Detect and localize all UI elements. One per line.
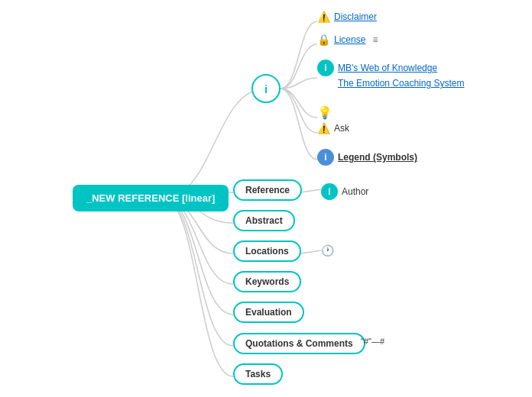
info-teal-icon: i bbox=[317, 60, 334, 76]
ask-warning-icon: ⚠️ bbox=[317, 122, 330, 134]
lock-icon: 🔒 bbox=[317, 34, 330, 46]
license-node[interactable]: 🔒 License ≡ bbox=[317, 34, 378, 46]
info-circle-node[interactable]: i bbox=[251, 74, 281, 103]
mb-web-label[interactable]: MB's Web of Knowledge bbox=[338, 63, 437, 73]
disclaimer-node[interactable]: ⚠️ Disclaimer bbox=[317, 11, 377, 23]
bulb-icon: 💡 bbox=[317, 105, 332, 120]
main-node[interactable]: _NEW REFERENCE [linear] bbox=[73, 185, 229, 211]
author-node[interactable]: i Author bbox=[321, 183, 368, 200]
ask-label[interactable]: Ask bbox=[334, 123, 349, 134]
disclaimer-label[interactable]: Disclaimer bbox=[334, 11, 377, 22]
evaluation-node[interactable]: Evaluation bbox=[233, 302, 304, 323]
mb-web-node[interactable]: i MB's Web of Knowledge The Emotion Coac… bbox=[317, 60, 464, 89]
author-info-icon: i bbox=[321, 183, 338, 200]
clock-icon: 🕐 bbox=[321, 244, 334, 257]
quote-text-node: "#"—# bbox=[361, 337, 384, 346]
emotion-coaching-label[interactable]: The Emotion Coaching System bbox=[338, 78, 464, 89]
locations-clock: 🕐 bbox=[321, 244, 334, 257]
abstract-node[interactable]: Abstract bbox=[233, 210, 295, 231]
reference-node[interactable]: Reference bbox=[233, 179, 302, 201]
warning-icon: ⚠️ bbox=[317, 11, 330, 23]
hamburger-icon: ≡ bbox=[372, 34, 378, 45]
author-label: Author bbox=[342, 186, 368, 197]
ask-node[interactable]: ⚠️ Ask bbox=[317, 122, 349, 134]
quote-text: "#"—# bbox=[361, 337, 384, 346]
bulb-node[interactable]: 💡 bbox=[317, 105, 332, 120]
legend-label[interactable]: Legend (Symbols) bbox=[338, 152, 417, 163]
license-label[interactable]: License bbox=[334, 34, 365, 45]
tasks-node[interactable]: Tasks bbox=[233, 363, 283, 385]
keywords-node[interactable]: Keywords bbox=[233, 271, 301, 292]
quotations-node[interactable]: Quotations & Comments bbox=[233, 333, 365, 354]
legend-node[interactable]: i Legend (Symbols) bbox=[317, 149, 417, 166]
locations-node[interactable]: Locations bbox=[233, 240, 301, 262]
legend-info-icon: i bbox=[317, 149, 334, 166]
